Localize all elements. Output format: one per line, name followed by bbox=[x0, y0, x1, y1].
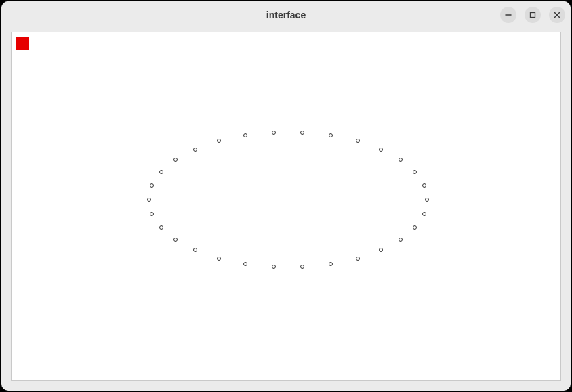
ellipse-dot bbox=[329, 133, 333, 137]
maximize-button[interactable] bbox=[525, 7, 541, 23]
maximize-icon bbox=[529, 12, 536, 18]
ellipse-dot bbox=[399, 158, 403, 162]
close-icon bbox=[554, 12, 560, 18]
window-controls bbox=[500, 7, 565, 23]
ellipse-dot bbox=[217, 139, 221, 143]
ellipse-dot bbox=[217, 257, 221, 261]
ellipse-dot bbox=[399, 238, 403, 242]
ellipse-dot bbox=[379, 148, 383, 152]
app-window: interface bbox=[1, 1, 571, 391]
red-square[interactable] bbox=[16, 37, 29, 50]
ellipse-dot bbox=[173, 158, 178, 162]
ellipse-dot bbox=[379, 248, 383, 252]
ellipse-dot bbox=[159, 170, 163, 174]
svg-rect-1 bbox=[531, 13, 535, 18]
ellipse-dot bbox=[150, 212, 154, 216]
ellipse-dot bbox=[422, 212, 426, 216]
ellipse-dot bbox=[413, 170, 417, 174]
drawing-canvas[interactable] bbox=[12, 32, 560, 380]
ellipse-dot bbox=[173, 238, 178, 242]
titlebar[interactable]: interface bbox=[1, 1, 571, 28]
ellipse-dot bbox=[272, 131, 276, 135]
ellipse-dot bbox=[329, 262, 333, 266]
close-button[interactable] bbox=[549, 7, 565, 23]
ellipse-dot bbox=[150, 183, 154, 188]
ellipse-dot bbox=[159, 225, 163, 230]
ellipse-dot bbox=[243, 262, 247, 266]
ellipse-dot bbox=[193, 148, 197, 152]
ellipse-dot bbox=[243, 133, 247, 137]
ellipse-dot bbox=[147, 198, 151, 202]
ellipse-dot bbox=[300, 131, 304, 135]
ellipse-dot bbox=[413, 225, 417, 230]
ellipse-dot bbox=[193, 248, 197, 252]
content-frame bbox=[11, 32, 561, 381]
ellipse-dot bbox=[356, 139, 360, 143]
window-title: interface bbox=[266, 9, 306, 20]
minimize-button[interactable] bbox=[500, 7, 516, 23]
ellipse-dot bbox=[272, 265, 276, 269]
ellipse-dot bbox=[425, 198, 429, 202]
ellipse-dot bbox=[356, 257, 360, 261]
minimize-icon bbox=[505, 12, 512, 18]
ellipse-dot bbox=[300, 265, 304, 269]
ellipse-dot bbox=[422, 183, 426, 188]
